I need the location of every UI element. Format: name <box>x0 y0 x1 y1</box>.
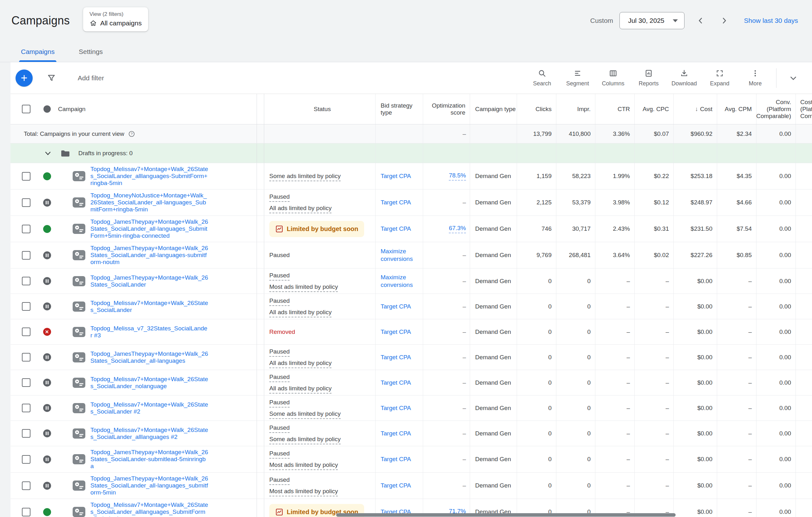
search-button[interactable]: Search <box>524 69 560 87</box>
column-header-bid-strategy[interactable]: Bid strategy type <box>375 94 423 124</box>
column-header-campaign-type[interactable]: Campaign type <box>470 94 517 124</box>
status-text[interactable]: All ads limited by policy <box>269 309 331 316</box>
campaign-status-dot-paused[interactable] <box>43 251 51 259</box>
campaign-name-link[interactable]: Topdog_JamesTheypay+Montage+Walk_26State… <box>90 350 208 364</box>
row-checkbox[interactable] <box>22 225 30 233</box>
segment-button[interactable]: Segment <box>560 69 596 87</box>
column-header-conversions[interactable]: Conv. (Platform Comparable) <box>756 94 795 124</box>
previous-date-range-button[interactable] <box>693 13 708 28</box>
campaign-name-link[interactable]: Topdog_MoneyNotJustice+Montage+Walk_26St… <box>90 192 208 213</box>
campaign-status-dot-paused[interactable] <box>43 353 51 361</box>
add-campaign-button[interactable]: + <box>16 70 33 87</box>
row-checkbox[interactable] <box>22 251 30 260</box>
status-text[interactable]: Some ads limited by policy <box>269 436 341 443</box>
row-checkbox[interactable] <box>22 302 30 311</box>
collapse-toolbar-button[interactable] <box>784 70 803 86</box>
column-header-ctr[interactable]: CTR <box>595 94 634 124</box>
status-filter-dot[interactable] <box>44 105 51 113</box>
campaign-name-link[interactable]: Topdog_JamesTheypay+Montage+Walk_26State… <box>90 475 208 496</box>
status-text[interactable]: All ads limited by policy <box>269 205 331 212</box>
campaign-status-dot-paused[interactable] <box>43 277 51 285</box>
column-header-clicks[interactable]: Clicks <box>517 94 556 124</box>
status-text[interactable]: Paused <box>269 399 290 406</box>
filter-icon[interactable] <box>47 73 56 83</box>
bid-strategy-link[interactable]: Target CPA <box>381 456 411 463</box>
row-checkbox[interactable] <box>22 508 30 516</box>
status-text[interactable]: Paused <box>269 477 290 483</box>
bid-strategy-link[interactable]: Target CPA <box>381 225 411 233</box>
campaign-status-dot-paused[interactable] <box>43 199 51 207</box>
campaign-name-link[interactable]: Topdog_Melissav7+Montage+Walk_26States_S… <box>90 401 208 415</box>
bid-strategy-link[interactable]: Maximize conversions <box>381 248 423 263</box>
campaign-name-link[interactable]: Topdog_JamesTheypay+Montage+Walk_26State… <box>90 218 208 239</box>
row-checkbox[interactable] <box>22 404 30 412</box>
campaign-status-dot-enabled[interactable] <box>43 172 51 180</box>
campaign-name-link[interactable]: Topdog_JamesTheypay+Montage+Walk_26State… <box>90 274 208 288</box>
column-header-impressions[interactable]: Impr. <box>556 94 595 124</box>
column-header-campaign[interactable]: Campaign <box>58 94 257 124</box>
bid-strategy-link[interactable]: Target CPA <box>381 379 411 386</box>
bid-strategy-link[interactable]: Target CPA <box>381 354 411 361</box>
row-checkbox[interactable] <box>22 198 30 207</box>
help-icon[interactable]: ? <box>128 131 135 137</box>
status-text[interactable]: Paused <box>269 272 290 279</box>
campaign-status-dot-removed[interactable] <box>43 328 51 336</box>
campaign-name-link[interactable]: Topdog_Melissav7+Montage+Walk_26States_S… <box>90 501 208 517</box>
optimization-score-link[interactable]: 67.3% <box>449 225 466 233</box>
campaign-status-dot-enabled[interactable] <box>43 508 51 516</box>
status-text[interactable]: Paused <box>269 374 290 381</box>
column-header-avg-cpc[interactable]: Avg. CPC <box>634 94 673 124</box>
column-header-cost-per-conv[interactable]: Cost (Platform Comparable) <box>795 94 812 124</box>
status-text[interactable]: Paused <box>269 450 290 457</box>
campaign-name-link[interactable]: Topdog_Melissav7+Montage+Walk_26States_S… <box>90 427 208 440</box>
campaign-status-dot-paused[interactable] <box>43 302 51 310</box>
reports-button[interactable]: Reports <box>631 69 666 87</box>
campaign-name-link[interactable]: Topdog_Melissa_v7_32States_SocialLander … <box>90 325 208 339</box>
show-last-30-days-link[interactable]: Show last 30 days <box>744 17 798 24</box>
campaign-status-dot-paused[interactable] <box>43 482 51 490</box>
select-all-checkbox[interactable] <box>22 105 30 113</box>
row-checkbox[interactable] <box>22 429 30 438</box>
bid-strategy-link[interactable]: Maximize conversions <box>381 274 423 289</box>
status-text[interactable]: All ads limited by policy <box>269 385 331 392</box>
column-header-optimization-score[interactable]: Optimization score <box>423 94 470 124</box>
chevron-down-icon[interactable] <box>44 149 52 158</box>
campaign-name-link[interactable]: Topdog_Melissav7+Montage+Walk_26States_S… <box>90 376 208 390</box>
bid-strategy-link[interactable]: Target CPA <box>381 199 411 206</box>
row-checkbox[interactable] <box>22 277 30 285</box>
bid-strategy-link[interactable]: Target CPA <box>381 404 411 412</box>
frozen-pane-divider[interactable] <box>257 94 264 124</box>
tab-campaigns[interactable]: Campaigns <box>19 48 56 62</box>
optimization-score-link[interactable]: 78.5% <box>449 172 466 181</box>
row-checkbox[interactable] <box>22 378 30 387</box>
status-text[interactable]: Some ads limited by policy <box>269 410 341 417</box>
campaign-name-link[interactable]: Topdog_Melissav7+Montage+Walk_26States_S… <box>90 300 208 314</box>
row-checkbox[interactable] <box>22 455 30 464</box>
status-text[interactable]: Most ads limited by policy <box>269 488 338 495</box>
campaign-name-link[interactable]: Topdog_JamesTheypay+Montage+Walk_26State… <box>90 449 208 470</box>
campaign-name-link[interactable]: Topdog_JamesTheypay+Montage+Walk_26State… <box>90 245 208 266</box>
campaign-status-dot-paused[interactable] <box>43 404 51 412</box>
status-text[interactable]: Paused <box>269 348 290 355</box>
campaign-status-dot-paused[interactable] <box>43 379 51 386</box>
bid-strategy-link[interactable]: Target CPA <box>381 328 411 336</box>
status-text[interactable]: All ads limited by policy <box>269 360 331 366</box>
tab-settings[interactable]: Settings <box>77 48 105 62</box>
next-date-range-button[interactable] <box>717 13 731 28</box>
status-text[interactable]: Most ads limited by policy <box>269 461 338 468</box>
campaign-status-dot-paused[interactable] <box>43 429 51 437</box>
row-checkbox[interactable] <box>22 353 30 361</box>
expand-button[interactable]: Expand <box>702 69 737 87</box>
status-text[interactable]: Most ads limited by policy <box>269 283 338 291</box>
row-checkbox[interactable] <box>22 172 30 181</box>
bid-strategy-link[interactable]: Target CPA <box>381 172 411 180</box>
status-text[interactable]: Paused <box>269 424 290 431</box>
campaign-status-dot-enabled[interactable] <box>43 225 51 233</box>
bid-strategy-link[interactable]: Target CPA <box>381 303 411 310</box>
campaign-name-link[interactable]: Topdog_Melissav7+Montage+Walk_26States_S… <box>90 166 208 187</box>
date-range-button[interactable]: Jul 30, 2025 <box>619 12 684 29</box>
drafts-label[interactable]: Drafts in progress: 0 <box>78 150 133 157</box>
bid-strategy-link[interactable]: Target CPA <box>381 482 411 489</box>
download-button[interactable]: Download <box>666 69 702 87</box>
status-text[interactable]: Paused <box>269 193 290 200</box>
